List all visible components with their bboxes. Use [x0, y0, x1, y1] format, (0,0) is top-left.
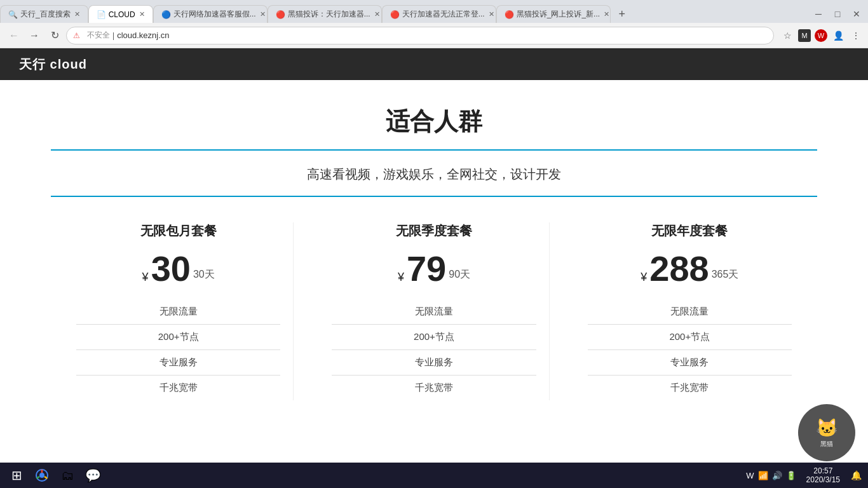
- weibo-cat-overlay[interactable]: 🐱 黑猫: [798, 404, 855, 461]
- plan-monthly-feature-2: 200+节点: [76, 325, 280, 350]
- tab-2[interactable]: 📄 CLOUD ✕: [88, 5, 153, 23]
- taskbar: ⊞ 🗂 💬 W 📶 🔊 🔋 20:57 2020/3/15: [0, 463, 868, 488]
- url-text: cloud.keznj.cn: [117, 30, 169, 40]
- weibo-tray-icon: W: [746, 471, 754, 480]
- browser-action-icons: ☆ M W 👤 ⋮: [780, 29, 863, 43]
- time-display: 20:57: [813, 466, 832, 475]
- notification-button[interactable]: 🔔: [849, 468, 863, 482]
- volume-icon: 🔊: [772, 471, 782, 480]
- plan-quarterly-price-row: ¥ 79 90天: [332, 251, 536, 287]
- taskbar-clock: 20:57 2020/3/15: [806, 466, 840, 484]
- browser-ext-icon-1[interactable]: M: [798, 29, 811, 42]
- network-icon: 📶: [758, 471, 768, 480]
- weibo-cat-shape: 🐱 黑猫: [798, 404, 855, 461]
- plan-monthly-amount: 30: [151, 251, 191, 287]
- date-display: 2020/3/15: [806, 475, 840, 484]
- tab-6-label: 黑猫投诉_网上投诉_新...: [517, 9, 600, 20]
- plan-monthly: 无限包月套餐 ¥ 30 30天 无限流量 200+节点 专业服务 千兆宽带: [64, 222, 294, 400]
- plan-yearly-feature-3: 专业服务: [588, 350, 792, 376]
- tab-1[interactable]: 🔍 天行_百度搜索 ✕: [0, 5, 88, 23]
- profile-icon[interactable]: 👤: [831, 29, 845, 43]
- browser-menu-icon[interactable]: ⋮: [849, 29, 863, 43]
- tab-4-label: 黑猫投诉：天行加速器...: [288, 9, 370, 20]
- tab-6-close[interactable]: ✕: [600, 10, 609, 18]
- plan-quarterly-feature-3: 专业服务: [332, 350, 536, 376]
- windows-icon: ⊞: [11, 468, 22, 483]
- tab-4-favicon: 🔴: [276, 10, 285, 19]
- taskbar-right: W 📶 🔊 🔋 20:57 2020/3/15 🔔: [746, 466, 863, 484]
- plan-monthly-feature-3: 专业服务: [76, 350, 280, 376]
- taskbar-wechat-icon[interactable]: 💬: [81, 464, 104, 487]
- cat-icon: 🐱: [816, 417, 838, 438]
- tab-2-close[interactable]: ✕: [135, 10, 145, 18]
- plan-yearly-feature-4: 千兆宽带: [588, 376, 792, 400]
- forward-button[interactable]: →: [25, 27, 43, 44]
- tab-2-label: CLOUD: [109, 10, 135, 19]
- tab-5-close[interactable]: ✕: [485, 10, 494, 18]
- taskbar-chrome-icon[interactable]: [31, 464, 53, 487]
- browser-ext-icon-2[interactable]: W: [815, 29, 827, 42]
- plan-quarterly-days: 90天: [449, 268, 470, 281]
- main-body: 适合人群 高速看视频，游戏娱乐，全网社交，设计开发 无限包月套餐 ¥ 30 30…: [0, 80, 868, 426]
- cat-label: 黑猫: [820, 440, 833, 449]
- tab-1-close[interactable]: ✕: [71, 10, 80, 18]
- plan-monthly-days: 30天: [193, 268, 215, 281]
- chrome-svg: [35, 468, 49, 482]
- tab-4-close[interactable]: ✕: [370, 10, 380, 18]
- taskbar-apps: 🗂 💬: [31, 464, 104, 487]
- site-logo: 天行 cloud: [19, 56, 87, 73]
- plan-monthly-feature-4: 千兆宽带: [76, 376, 280, 400]
- minimize-button[interactable]: ─: [810, 5, 827, 23]
- plan-monthly-price-row: ¥ 30 30天: [76, 251, 280, 287]
- plan-quarterly-feature-4: 千兆宽带: [332, 376, 536, 400]
- tab-5-label: 天行加速器无法正常登...: [402, 9, 485, 20]
- system-tray-icons: W 📶 🔊 🔋: [746, 471, 796, 480]
- tab-1-favicon: 🔍: [8, 10, 17, 19]
- plan-monthly-feature-1: 无限流量: [76, 299, 280, 325]
- plan-quarterly: 无限季度套餐 ¥ 79 90天 无限流量 200+节点 专业服务 千兆宽带: [319, 222, 549, 400]
- address-bar[interactable]: ⚠ 不安全 | cloud.keznj.cn: [66, 27, 774, 44]
- reload-button[interactable]: ↻: [46, 27, 64, 44]
- svg-point-1: [39, 473, 44, 478]
- tab-1-label: 天行_百度搜索: [20, 9, 71, 20]
- bookmark-star-icon[interactable]: ☆: [780, 29, 794, 43]
- tab-3-close[interactable]: ✕: [256, 10, 266, 18]
- top-divider: [51, 149, 817, 151]
- battery-icon: 🔋: [786, 471, 796, 480]
- plan-quarterly-name: 无限季度套餐: [332, 222, 536, 240]
- plan-yearly-currency: ¥: [641, 271, 647, 284]
- tab-5-favicon: 🔴: [390, 10, 399, 19]
- tab-5[interactable]: 🔴 天行加速器无法正常登... ✕: [382, 5, 496, 23]
- plan-yearly-name: 无限年度套餐: [588, 222, 792, 240]
- folder-icon: 🗂: [61, 468, 74, 483]
- plan-yearly-amount: 288: [649, 251, 709, 287]
- tab-3[interactable]: 🔵 天行网络加速器客服假... ✕: [153, 5, 268, 23]
- subtitle-text: 高速看视频，游戏娱乐，全网社交，设计开发: [51, 166, 817, 183]
- plan-quarterly-amount: 79: [407, 251, 446, 287]
- tab-bar: 🔍 天行_百度搜索 ✕ 📄 CLOUD ✕ 🔵 天行网络加速器客服假... ✕ …: [0, 0, 868, 23]
- protocol-label: 不安全: [87, 30, 110, 41]
- wechat-icon: 💬: [85, 468, 101, 483]
- close-button[interactable]: ✕: [848, 5, 865, 23]
- plan-yearly: 无限年度套餐 ¥ 288 365天 无限流量 200+节点 专业服务 千兆宽带: [575, 222, 804, 400]
- maximize-button[interactable]: □: [829, 5, 846, 23]
- tab-6-favicon: 🔴: [505, 10, 513, 19]
- start-button[interactable]: ⊞: [5, 464, 28, 487]
- plan-yearly-feature-2: 200+节点: [588, 325, 792, 350]
- back-button[interactable]: ←: [5, 27, 23, 44]
- plan-monthly-currency: ¥: [142, 271, 149, 284]
- new-tab-button[interactable]: +: [613, 5, 631, 23]
- bottom-divider: [51, 196, 817, 197]
- tab-3-favicon: 🔵: [161, 10, 170, 19]
- plan-monthly-name: 无限包月套餐: [76, 222, 280, 240]
- taskbar-folder-icon[interactable]: 🗂: [56, 464, 79, 487]
- section-title: 适合人群: [51, 105, 817, 138]
- plan-yearly-price-row: ¥ 288 365天: [588, 251, 792, 287]
- tab-4[interactable]: 🔴 黑猫投诉：天行加速器... ✕: [268, 5, 382, 23]
- navigation-bar: ← → ↻ ⚠ 不安全 | cloud.keznj.cn ☆ M W 👤 ⋮: [0, 23, 868, 48]
- plan-quarterly-feature-2: 200+节点: [332, 325, 536, 350]
- plans-container: 无限包月套餐 ¥ 30 30天 无限流量 200+节点 专业服务 千兆宽带 无限…: [51, 222, 817, 400]
- plan-yearly-days: 365天: [712, 268, 739, 281]
- tab-6[interactable]: 🔴 黑猫投诉_网上投诉_新... ✕: [496, 5, 611, 23]
- browser-chrome: 🔍 天行_百度搜索 ✕ 📄 CLOUD ✕ 🔵 天行网络加速器客服假... ✕ …: [0, 0, 868, 48]
